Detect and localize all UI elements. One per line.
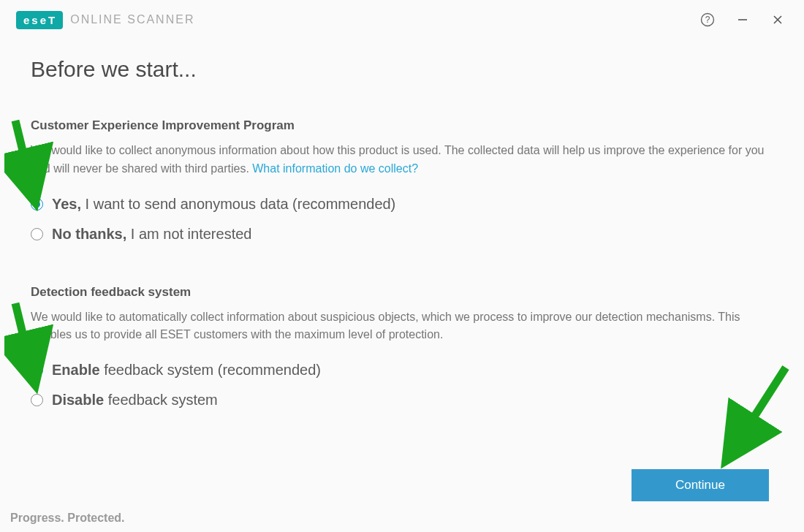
- radio-icon: [31, 228, 43, 240]
- radio-enable-label: Enable feedback system (recommended): [52, 362, 321, 379]
- window-controls: ?: [700, 12, 792, 27]
- continue-button[interactable]: Continue: [632, 469, 769, 501]
- section-feedback: Detection feedback system We would like …: [31, 285, 773, 409]
- radio-yes-label: Yes, I want to send anonymous data (reco…: [52, 196, 395, 213]
- ceip-heading: Customer Experience Improvement Program: [31, 118, 773, 133]
- page-title: Before we start...: [31, 57, 773, 82]
- radio-icon: [31, 394, 43, 406]
- tagline: Progress. Protected.: [10, 512, 125, 525]
- feedback-heading: Detection feedback system: [31, 285, 773, 300]
- minimize-icon[interactable]: [735, 12, 750, 27]
- radio-no-thanks[interactable]: No thanks, I am not interested: [31, 226, 773, 243]
- radio-icon: [31, 364, 43, 376]
- content: Before we start... Customer Experience I…: [0, 37, 804, 408]
- radio-icon: [31, 198, 43, 210]
- titlebar: eseT ONLINE SCANNER ?: [0, 0, 804, 37]
- radio-yes[interactable]: Yes, I want to send anonymous data (reco…: [31, 196, 773, 213]
- brand-product: ONLINE SCANNER: [70, 13, 194, 26]
- radio-no-label: No thanks, I am not interested: [52, 226, 251, 243]
- brand-logo: eseT: [16, 11, 63, 29]
- feedback-description: We would like to automatically collect i…: [31, 308, 773, 345]
- radio-disable[interactable]: Disable feedback system: [31, 392, 773, 408]
- ceip-description: We would like to collect anonymous infor…: [31, 142, 773, 178]
- close-icon[interactable]: [770, 12, 785, 27]
- svg-text:?: ?: [705, 15, 710, 25]
- section-ceip: Customer Experience Improvement Program …: [31, 118, 773, 243]
- help-icon[interactable]: ?: [700, 12, 715, 27]
- info-collect-link[interactable]: What information do we collect?: [252, 162, 418, 175]
- radio-disable-label: Disable feedback system: [52, 392, 218, 408]
- radio-enable[interactable]: Enable feedback system (recommended): [31, 362, 773, 379]
- ceip-radio-group: Yes, I want to send anonymous data (reco…: [31, 196, 773, 243]
- feedback-radio-group: Enable feedback system (recommended) Dis…: [31, 362, 773, 408]
